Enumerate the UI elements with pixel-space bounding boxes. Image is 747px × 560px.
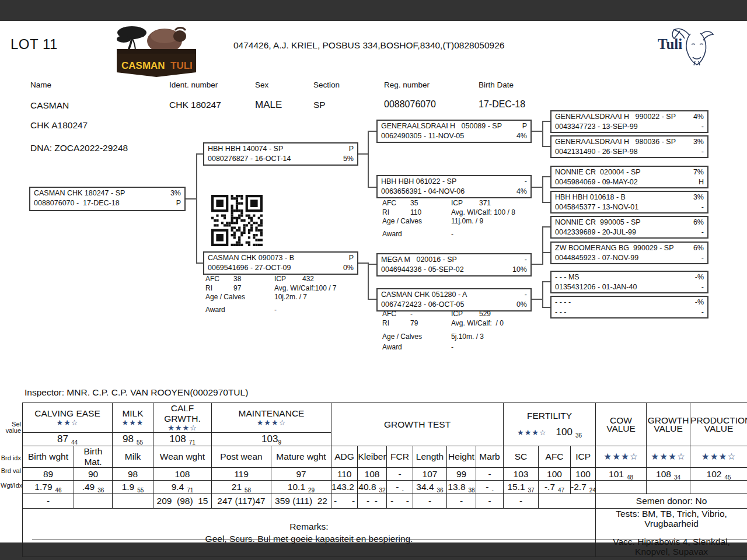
group-growth-test: GROWTH TEST — [331, 403, 504, 446]
svg-text:Tuli: Tuli — [658, 36, 682, 52]
breeding-values-table: CALVING EASE★★☆ MILK★★★ CALF GRWTH.★★★☆ … — [22, 402, 747, 557]
pedigree-box-great-grandparent: - - - MS-% 0135431206 - 01-JAN-40- — [550, 271, 708, 293]
animal-reg-number: 0088076070 — [384, 99, 436, 110]
sel-value-maintenance: 1039 — [212, 433, 331, 446]
group-cow-value: COW VALUE — [596, 403, 647, 446]
pedigree-line — [186, 198, 197, 200]
pedigree-line — [542, 252, 550, 253]
pedigree-line — [542, 176, 543, 203]
pedigree-line — [542, 281, 550, 282]
casman-tuli-logo-icon: CASMAN TULI — [114, 23, 198, 77]
pedigree-line — [368, 262, 369, 300]
label-sex: Sex — [255, 80, 268, 89]
animal-section: SP — [313, 100, 326, 110]
pedigree-box-great-grandparent: NONNIE CR 990005 - SP6% 0042339689 - 20-… — [550, 216, 708, 239]
pedigree-line — [542, 146, 550, 147]
lot-number: LOT 11 — [11, 36, 58, 52]
animal-birth-date: 17-DEC-18 — [479, 99, 525, 110]
dam-stats-sire-side: AFC35ICP371 RI110Avg. WI/Calf: 100 / 8 A… — [382, 199, 515, 239]
pedigree-line — [542, 202, 550, 203]
svg-text:CASMAN: CASMAN — [121, 60, 165, 71]
svg-text:TULI: TULI — [170, 60, 193, 71]
pedigree-line — [542, 121, 543, 147]
milk-stars: ★★★ — [113, 419, 153, 427]
brd-val-row: 1.7946 .4936 1.955 9.471 2158 10.129 143… — [23, 481, 747, 494]
breeder-contact: 0474426, A.J. KRIEL, POSBUS 334,BOSHOF,8… — [233, 40, 504, 51]
maintenance-stars: ★★★☆ — [212, 419, 331, 427]
pedigree-line — [368, 131, 369, 188]
pedigree-line — [196, 262, 203, 264]
cow-value-stars: ★★★☆ — [596, 446, 647, 468]
tuli-cow-head-icon: Tuli — [657, 24, 717, 71]
row-label-sel-value: Selvalue — [1, 421, 21, 434]
label-section: Section — [313, 80, 340, 89]
sel-value-milk: 9855 — [113, 433, 153, 446]
group-calving-ease: CALVING EASE★★☆ — [23, 403, 113, 433]
calf-growth-stars: ★★★☆ — [153, 424, 211, 432]
row-label-brd-val: Brd val — [1, 468, 21, 474]
animal-herd-id: CHK A180247 — [30, 120, 88, 131]
pedigree-box-grandparent: CASMAN CHK 051280 - A- 0067472423 - 06-O… — [376, 288, 532, 312]
pedigree-box-dam: CASMAN CHK 090073 - BP 0069541696 - 27-O… — [203, 251, 358, 275]
sel-value-calf-growth: 10871 — [153, 433, 212, 446]
pedigree-box-great-grandparent: GENERAALSDRAAI H 980036 - SP3% 004213149… — [550, 135, 708, 158]
pedigree-box-great-grandparent: GENERAALSDRAAI H 990022 - SP4% 004334772… — [550, 110, 708, 133]
pedigree-box-grandparent: GENERAALSDRAAI H 050089 - SPP 0062490305… — [376, 120, 532, 143]
pedigree-box-subject: CASMAN CHK 180247 - SP3% 0088076070 - 17… — [29, 187, 186, 211]
pedigree-line — [368, 299, 376, 300]
animal-dna: DNA: ZOCA2022-29248 — [30, 143, 128, 153]
pedigree-line — [542, 176, 550, 177]
top-bar — [0, 0, 747, 21]
fertility-value: 100 — [556, 426, 573, 438]
group-milk: MILK★★★ — [113, 403, 153, 433]
pedigree-box-great-grandparent: - - - --% - - -- — [550, 296, 708, 318]
pedigree-line — [532, 264, 542, 265]
animal-name: CASMAN — [30, 100, 69, 111]
sel-value-calving: 8744 — [23, 433, 113, 446]
row-label-wgt-idx: Wgt/Idx — [1, 482, 21, 489]
semen-donor: Semen donor: No — [596, 494, 747, 509]
pedigree-line — [368, 131, 376, 132]
label-reg-number: Reg. number — [384, 80, 430, 89]
pedigree-box-sire: HBH HBH 140074 - SPP 0080276827 - 16-OCT… — [203, 142, 358, 166]
label-birth-date: Birth Date — [479, 80, 514, 89]
label-ident-number: Ident. number — [169, 80, 218, 89]
fertility-stars: ★★★☆ — [517, 428, 547, 437]
catalog-page: LOT 11 0474426, A.J. KRIEL, POSBUS 334,B… — [0, 0, 747, 560]
group-calf-growth: CALF GRWTH.★★★☆ — [153, 403, 212, 433]
inspector-line: Inspector: MNR. C.P. C.P. VAN ROOYEN(000… — [25, 387, 248, 398]
group-growth-value: GROWTH VALUE — [647, 403, 690, 446]
qr-code-icon — [211, 195, 263, 246]
pedigree-box-grandparent: HBH HBH 061022 - SP- 0063656391 - 04-NOV… — [376, 175, 532, 198]
pedigree-line — [532, 299, 542, 300]
remarks-text: Geel, Scurs. Bul met goeie kapasiteit en… — [23, 533, 595, 545]
column-header-row: Birth wght Birth Mat. Milk Wean wght Pos… — [23, 446, 747, 468]
pedigree-line — [196, 153, 203, 155]
growth-value-stars: ★★★☆ — [647, 446, 690, 468]
tests-text: Tests: BM, TB, Trich, Vibrio, Vrugbaarhe… — [596, 509, 747, 528]
tuli-society-logo: Tuli — [657, 24, 717, 74]
remarks-label: Remarks: — [23, 520, 595, 533]
calving-ease-stars: ★★☆ — [23, 419, 112, 427]
tests-cell: Tests: BM, TB, Trich, Vibrio, Vrugbaarhe… — [596, 509, 747, 557]
label-name: Name — [30, 80, 51, 89]
pedigree-line — [368, 264, 376, 265]
animal-ident-number: CHK 180247 — [169, 100, 221, 110]
dam-stats: AFC38ICP432 RI97Avg. WI/Calf:100 / 7 Age… — [205, 275, 337, 314]
group-maintenance: MAINTENANCE★★★☆ — [212, 403, 331, 433]
dam-stats-dam-side: AFC-ICP529 RI79Avg. WI/Calf: / 0 Age / C… — [382, 310, 504, 352]
pedigree-box-grandparent: MEGA M 020016 - SP- 0046944336 - 05-SEP-… — [376, 253, 532, 276]
pedigree-line — [196, 153, 197, 264]
production-value-stars: ★★★☆ — [690, 446, 747, 468]
vaccinations-text: Vacc. Hiprabovis 4, Slenkdal, Knopvel, S… — [596, 537, 747, 556]
animal-sex: MALE — [255, 99, 282, 111]
pedigree-line — [532, 131, 542, 132]
remarks-row: Remarks: Geel, Scurs. Bul met goeie kapa… — [23, 509, 747, 557]
pedigree-box-great-grandparent: HBH HBH 010618 - B3% 0045845377 - 13-NOV… — [550, 191, 708, 214]
pedigree-box-great-grandparent: ZW BOOMERANG BG 990029 - SP6% 0044845923… — [550, 242, 708, 264]
pedigree-line — [542, 121, 550, 122]
pedigree-line — [542, 226, 550, 228]
brd-idx-row: 8990 98108 11997 110108 -107 99- 103100 … — [23, 468, 747, 481]
row-label-brd-idx: Brd idx — [1, 455, 21, 461]
pedigree-line — [368, 187, 376, 188]
